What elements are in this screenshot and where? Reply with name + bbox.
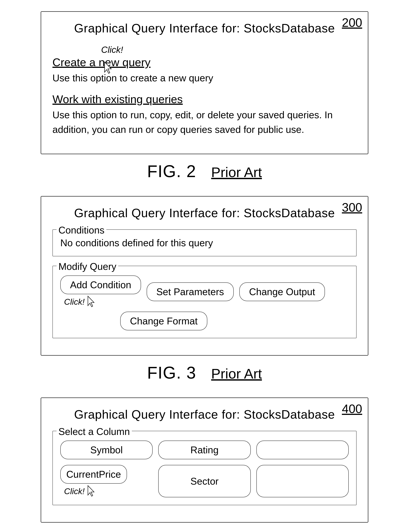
fig3-label-row: FIG. 3 Prior Art	[147, 363, 262, 382]
fig2-label: FIG. 2	[147, 162, 196, 181]
fig2-desc2: Use this option to run, copy, edit, or d…	[52, 108, 357, 137]
conditions-text: No conditions defined for this query	[60, 237, 349, 248]
fig2-ui-box: 200 Graphical Query Interface for: Stock…	[41, 11, 368, 154]
fig3-prior-art: Prior Art	[211, 366, 262, 382]
fig3-title: Graphical Query Interface for: StocksDat…	[52, 206, 357, 220]
fig4-click-area: Click!	[64, 485, 96, 497]
modify-legend: Modify Query	[56, 261, 118, 272]
fig4-label-row: FIG. 4 Prior Art	[147, 530, 262, 532]
fig3-corner-num: 300	[342, 200, 362, 214]
figure-4-block: 400 Graphical Query Interface for: Stock…	[15, 398, 394, 532]
fig2-prior-art: Prior Art	[211, 164, 262, 180]
empty-col-1[interactable]	[256, 441, 349, 459]
fig3-click-label: Click!	[64, 297, 85, 307]
fig2-title: Graphical Query Interface for: StocksDat…	[52, 21, 357, 35]
fig2-link1[interactable]: Create a new query	[52, 56, 150, 69]
sector-button[interactable]: Sector	[158, 465, 251, 497]
fig3-label: FIG. 3	[147, 363, 196, 382]
conditions-section: Conditions No conditions defined for thi…	[52, 229, 357, 256]
figure-3-block: 300 Graphical Query Interface for: Stock…	[15, 196, 394, 382]
figure-2-block: 200 Graphical Query Interface for: Stock…	[15, 11, 394, 181]
add-condition-area: Add Condition Click!	[60, 276, 141, 308]
fig4-label: FIG. 4	[147, 530, 196, 532]
currentprice-button[interactable]: CurrentPrice	[60, 465, 127, 484]
fig4-corner-num: 400	[342, 402, 362, 416]
rating-button[interactable]: Rating	[158, 441, 251, 459]
change-output-button[interactable]: Change Output	[239, 282, 325, 301]
select-column-section: Select a Column Symbol Rating CurrentPri…	[52, 431, 357, 505]
modify-buttons-row: Add Condition Click! Set Parameters Chan…	[60, 276, 349, 308]
cursor-icon-fig2	[103, 61, 113, 75]
add-condition-button[interactable]: Add Condition	[60, 276, 141, 294]
empty-col-2[interactable]	[256, 465, 349, 497]
set-parameters-button[interactable]: Set Parameters	[147, 282, 234, 301]
conditions-legend: Conditions	[56, 225, 106, 236]
fig2-desc1: Use this option to create a new query	[52, 71, 357, 85]
fig4-title: Graphical Query Interface for: StocksDat…	[52, 407, 357, 421]
current-price-area: CurrentPrice Click!	[60, 465, 153, 497]
column-select-grid: Symbol Rating CurrentPrice Click! Sector	[60, 441, 349, 497]
fig4-ui-box: 400 Graphical Query Interface for: Stock…	[41, 398, 368, 523]
fig2-label-row: FIG. 2 Prior Art	[147, 162, 262, 181]
fig2-click-label: Click!	[101, 45, 357, 55]
fig2-corner-num: 200	[342, 16, 362, 30]
fig4-click-label: Click!	[64, 486, 85, 496]
fig3-ui-box: 300 Graphical Query Interface for: Stock…	[41, 196, 368, 356]
symbol-button[interactable]: Symbol	[60, 441, 153, 459]
fig2-link2[interactable]: Work with existing queries	[52, 93, 357, 106]
change-format-button[interactable]: Change Format	[120, 312, 207, 330]
select-column-legend: Select a Column	[56, 426, 132, 437]
cursor-icon-fig4	[86, 485, 96, 497]
modify-query-section: Modify Query Add Condition Click! Set Pa…	[52, 266, 357, 338]
fig3-click-area: Click!	[64, 296, 96, 308]
cursor-icon-fig3	[86, 296, 96, 308]
